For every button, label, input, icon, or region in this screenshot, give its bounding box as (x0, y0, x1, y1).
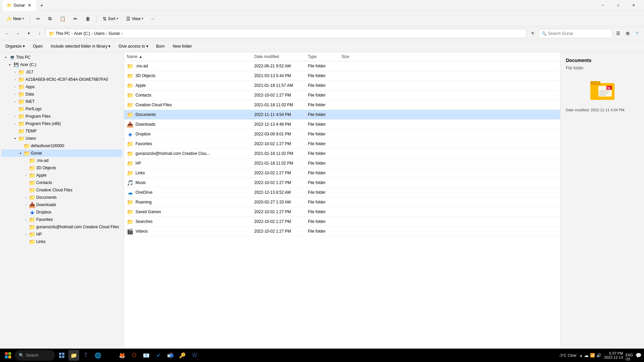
delete-button[interactable]: 🗑 (82, 14, 94, 23)
burn-button[interactable]: Burn (154, 43, 167, 50)
notification-icon[interactable]: 💬 (636, 353, 641, 358)
file-explorer-tab[interactable]: 📁 Gunar ✕ (3, 0, 36, 11)
outlook-icon[interactable]: 📧 (141, 350, 152, 361)
rename-button[interactable]: ✏ (70, 14, 81, 23)
path-segment-acer[interactable]: Acer (C:) (74, 31, 90, 36)
sidebar-item-defaultuser[interactable]: 📁 defaultuser100000 (1, 142, 122, 149)
sidebar-item-perflogs[interactable]: 📁 PerfLogs (1, 105, 122, 113)
table-row[interactable]: ☁ OneDrive 2022-12-13 8:52 AM File folde… (124, 188, 560, 197)
table-row[interactable]: 🎵 Music 2022-10-02 1:27 PM File folder (124, 178, 560, 188)
taskview-button[interactable] (56, 350, 67, 361)
taskbar-clock[interactable]: 5:37 PM 2022-12-13 (604, 351, 623, 359)
sidebar-item-dropbox[interactable]: ◈ Dropbox (1, 208, 122, 216)
new-button[interactable]: ✨ New ▾ (3, 14, 27, 23)
list-view-button[interactable]: ☰ (614, 29, 623, 38)
sidebar-item-users[interactable]: ▾ 📁 Users (1, 135, 122, 142)
sidebar-item-acer-c[interactable]: ▾ 💾 Acer (C:) (1, 61, 122, 68)
copy-button[interactable]: ⧉ (45, 14, 55, 23)
new-tab-button[interactable]: + (37, 1, 46, 10)
sidebar-item-apple[interactable]: › 📁 Apple (1, 172, 122, 179)
word-icon[interactable]: W (189, 350, 200, 361)
table-row[interactable]: 📁 HP 2021-01-18 11:02 PM File folder (124, 159, 560, 168)
sidebar-item-creative-cloud[interactable]: 📁 Creative Cloud Files (1, 186, 122, 194)
taskbar-search[interactable]: 🔍 Search (15, 350, 55, 361)
language-indicator[interactable]: ENG US (626, 349, 633, 361)
up-button[interactable]: ↑ (35, 29, 44, 38)
sidebar-item-favorites[interactable]: › 📁 Favorites (1, 216, 122, 223)
table-row[interactable]: ◈ Dropbox 2022-03-09 9:01 PM File folder (124, 129, 560, 139)
tab-close-button[interactable]: ✕ (27, 3, 32, 8)
settings-icon[interactable]: ⚙ (201, 350, 212, 361)
table-row[interactable]: 📁 gunarozols@hotmail.com Creative Clou..… (124, 149, 560, 159)
path-segment-gunar[interactable]: Gunar (109, 31, 120, 36)
column-header-date[interactable]: Date modified (254, 54, 308, 59)
sidebar-item-data[interactable]: › 📁 Data (1, 90, 122, 98)
open-button[interactable]: Open (30, 43, 45, 50)
table-row[interactable]: 📁 Searches 2022-10-02 1:27 PM File folde… (124, 217, 560, 227)
back-button[interactable]: ← (3, 29, 12, 38)
table-row[interactable]: 📁 Links 2022-10-02 1:27 PM File folder (124, 168, 560, 178)
keepass-icon[interactable]: 🔑 (177, 350, 188, 361)
search-input[interactable] (548, 31, 609, 36)
refresh-button[interactable]: ↻ (528, 29, 537, 38)
organize-button[interactable]: Organize ▾ (3, 43, 28, 50)
firefox-icon[interactable]: 🦊 (117, 350, 127, 361)
sidebar-item-temp[interactable]: 📁 TEMP (1, 127, 122, 135)
sidebar-item-gunar-cc[interactable]: 📁 gunarozols@hotmail.com Creative Cloud … (1, 223, 122, 231)
minimize-button[interactable]: ─ (595, 0, 610, 11)
start-button[interactable] (3, 350, 13, 361)
restore-button[interactable]: □ (610, 0, 626, 11)
table-row[interactable]: 📁 Contacts 2022-10-02 1:27 PM File folde… (124, 90, 560, 100)
more-button[interactable]: ··· (148, 14, 158, 23)
include-folder-button[interactable]: Include selected folder in library ▾ (48, 43, 113, 50)
view-button[interactable]: ☰ View ▾ (123, 14, 147, 23)
paste-button[interactable]: 📋 (56, 14, 69, 23)
table-row[interactable]: 🎬 Videos 2022-10-02 1:27 PM File folder (124, 227, 560, 236)
todo-icon[interactable]: ✔ (153, 350, 164, 361)
sidebar-item-this-pc[interactable]: ▾ 💻 This PC (1, 54, 122, 61)
teams-icon[interactable]: T (80, 350, 91, 361)
unibox-icon[interactable]: 📬 (165, 350, 176, 361)
table-row[interactable]: 📁 Creative Cloud Files 2021-01-18 11:02 … (124, 100, 560, 110)
onedrive-tray-icon[interactable]: ☁ (584, 353, 589, 358)
sidebar-item-links[interactable]: 📁 Links (1, 238, 122, 245)
details-view-button[interactable]: ⊞ (623, 29, 632, 38)
cut-button[interactable]: ✂ (33, 14, 44, 23)
table-row[interactable]: 📥 Downloads 2022-12-13 4:48 PM File fold… (124, 120, 560, 129)
office-icon[interactable]: O (129, 350, 140, 361)
table-row[interactable]: 📁 Roaming 2020-02-27 1:33 AM File folder (124, 197, 560, 207)
path-segment-this-pc[interactable]: This PC (56, 31, 70, 36)
sidebar-item-ms-ad[interactable]: 📁 .ms-ad (1, 157, 122, 164)
forward-button[interactable]: → (13, 29, 23, 38)
sort-button[interactable]: ⇅ Sort ▾ (99, 14, 121, 23)
recent-locations-button[interactable]: ▾ (24, 29, 34, 38)
table-row[interactable]: 📁 .ms-ad 2022-06-21 9:52 AM File folder (124, 61, 560, 71)
table-row[interactable]: 📁 Favorites 2022-10-02 1:27 PM File fold… (124, 139, 560, 149)
sidebar-item-hp[interactable]: › 📁 HP (1, 231, 122, 238)
store-icon[interactable]: 🛍 (105, 350, 115, 361)
wifi-icon[interactable]: 📶 (590, 353, 595, 358)
table-row[interactable]: 📁 Apple 2021-01-18 11:57 AM File folder (124, 81, 560, 90)
sidebar-item-017[interactable]: › 📁 .017 (1, 68, 122, 76)
sidebar-item-program-files-x86[interactable]: › 📁 Program Files (x86) (1, 120, 122, 127)
address-path[interactable]: 📁 This PC › Acer (C:) › Users › Gunar › (46, 29, 527, 38)
column-header-name[interactable]: Name ▲ (127, 54, 254, 59)
path-segment-users[interactable]: Users (94, 31, 105, 36)
volume-icon[interactable]: 🔊 (596, 353, 601, 358)
new-folder-button[interactable]: New folder (170, 43, 195, 50)
sidebar-item-a21ba[interactable]: › 📁 A21BA6E8-8C91-4C97-854A-D034E76B7FA0 (1, 76, 122, 83)
give-access-button[interactable]: Give access to ▾ (116, 43, 151, 50)
search-box[interactable]: 🔍 (539, 29, 612, 38)
table-row[interactable]: 📁 Saved Games 2022-10-02 1:27 PM File fo… (124, 207, 560, 217)
table-row[interactable]: 📁 3D Objects 2021-03-13 5:44 PM File fol… (124, 71, 560, 81)
sidebar-item-downloads[interactable]: › 📥 Downloads (1, 201, 122, 208)
sidebar-item-gunar[interactable]: ▾ 📁 Gunar (1, 149, 122, 157)
sidebar-item-contacts[interactable]: 📁 Contacts (1, 179, 122, 186)
sidebar-item-program-files[interactable]: › 📁 Program Files (1, 113, 122, 120)
sidebar-item-apps[interactable]: › 📁 Apps (1, 83, 122, 90)
edge-icon[interactable]: 🌐 (93, 350, 103, 361)
close-button[interactable]: ✕ (626, 0, 641, 11)
table-row[interactable]: 📁 Documents 2022-11-11 4:54 PM File fold… (124, 110, 560, 120)
column-header-size[interactable]: Size (341, 54, 368, 59)
help-button[interactable]: ? (633, 29, 641, 38)
